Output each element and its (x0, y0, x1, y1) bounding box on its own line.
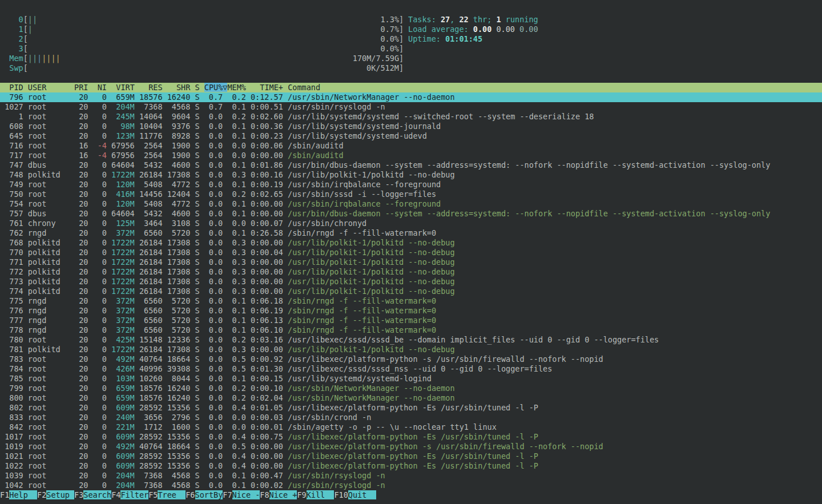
process-row[interactable]: 842 root 20 0 221M 1712 1600 S 0.0 0.0 0… (0, 422, 822, 432)
cell-mem: 0.4 (227, 451, 251, 461)
cell-cmd: /usr/bin/dbus-daemon --system --address=… (288, 160, 770, 170)
cell-ni: 0 (93, 228, 112, 237)
process-row[interactable]: 757 dbus 20 0 64604 5432 4600 S 0.0 0.1 … (0, 209, 822, 219)
process-row[interactable]: 1039 root 20 0 204M 7368 4568 S 0.0 0.1 … (0, 471, 822, 481)
cell-shr: 16240 (167, 393, 195, 402)
process-row[interactable]: 747 dbus 20 0 64604 5432 4600 S 0.0 0.1 … (0, 160, 822, 170)
fn-key-nice[interactable]: F8Nice + (260, 490, 297, 499)
cell-time: 0:00.00 (251, 267, 288, 276)
fn-key-kill[interactable]: F9Kill (297, 490, 334, 499)
fn-key-sortby[interactable]: F6SortBy (186, 490, 223, 499)
column-header-mem[interactable]: MEM% (227, 83, 246, 92)
process-row[interactable]: 771 polkitd 20 0 1722M 26184 17308 S 0.0… (0, 257, 822, 267)
process-row[interactable]: 1017 root 20 0 609M 28592 15356 S 0.0 0.… (0, 432, 822, 442)
process-row[interactable]: 608 root 20 0 98M 10404 9376 S 0.0 0.1 0… (0, 122, 822, 131)
process-row[interactable]: 717 root 16 -4 67956 2564 1900 S 0.0 0.0… (0, 151, 822, 160)
column-header-cmd[interactable]: Command (288, 83, 320, 92)
fn-key-search[interactable]: F3Search (74, 490, 111, 499)
cell-pid: 777 (0, 316, 28, 325)
column-header-s[interactable]: S (195, 83, 199, 92)
fn-key-setup[interactable]: F2Setup (37, 490, 74, 499)
process-row[interactable]: 748 polkitd 20 0 1722M 26184 17308 S 0.0… (0, 170, 822, 180)
cell-cpu: 0.7 (204, 92, 228, 102)
cell-cpu: 0.0 (204, 345, 228, 354)
cell-res: 28592 (139, 403, 167, 412)
fn-key-quit[interactable]: F10Quit (334, 490, 376, 499)
process-row[interactable]: 777 rngd 20 0 372M 6560 5720 S 0.0 0.1 0… (0, 316, 822, 325)
process-row[interactable]: 716 root 16 -4 67956 2564 1900 S 0.0 0.0… (0, 141, 822, 151)
cell-shr: 4772 (167, 180, 195, 189)
cell-cpu: 0.7 (204, 102, 228, 111)
process-row[interactable]: 783 root 20 0 492M 40764 18664 S 0.0 0.5… (0, 354, 822, 364)
process-row[interactable]: 773 polkitd 20 0 1722M 26184 17308 S 0.0… (0, 277, 822, 287)
process-row[interactable]: 796 root 20 0 659M 18576 16240 S 0.7 0.2… (0, 92, 822, 102)
process-row[interactable]: 1027 root 20 0 204M 7368 4568 S 0.7 0.1 … (0, 102, 822, 112)
process-row[interactable]: 1021 root 20 0 609M 28592 15356 S 0.0 0.… (0, 451, 822, 461)
process-row[interactable]: 762 rngd 20 0 372M 6560 5720 S 0.0 0.1 0… (0, 228, 822, 238)
cell-s: S (195, 364, 204, 373)
process-row[interactable]: 784 root 20 0 426M 40996 39308 S 0.0 0.5… (0, 364, 822, 374)
cell-user: root (28, 471, 74, 480)
process-row[interactable]: 778 rngd 20 0 372M 6560 5720 S 0.0 0.1 0… (0, 325, 822, 335)
process-row[interactable]: 749 root 20 0 120M 5408 4772 S 0.0 0.1 0… (0, 180, 822, 189)
process-row[interactable]: 833 root 20 0 240M 3656 2796 S 0.0 0.0 0… (0, 413, 822, 422)
process-row[interactable]: 750 root 20 0 416M 14456 12404 S 0.0 0.2… (0, 189, 822, 199)
tasks-line: Tasks: 27, 22 thr; 1 running (408, 15, 538, 25)
process-row[interactable]: 770 polkitd 20 0 1722M 26184 17308 S 0.0… (0, 248, 822, 257)
process-row[interactable]: 785 root 20 0 103M 10260 8044 S 0.0 0.1 … (0, 374, 822, 384)
fn-key-tree[interactable]: F5Tree (148, 490, 186, 499)
column-header-res[interactable]: RES (139, 83, 163, 92)
cell-user: root (28, 189, 74, 199)
cell-pri: 20 (74, 316, 93, 325)
process-row[interactable]: 1042 root 20 0 204M 7368 4568 S 0.0 0.1 … (0, 481, 822, 490)
load-label: Load average: (408, 25, 473, 34)
fn-key-nice[interactable]: F7Nice - (223, 490, 260, 499)
column-header-user[interactable]: USER (28, 83, 70, 92)
process-row[interactable]: 1019 root 20 0 492M 40764 18664 S 0.0 0.… (0, 442, 822, 451)
cell-pid: 608 (0, 122, 28, 131)
cell-time: 0:00.51 (251, 102, 288, 111)
process-row[interactable]: 645 root 20 0 123M 11776 8928 S 0.0 0.1 … (0, 131, 822, 141)
fn-key-help[interactable]: F1Help (0, 490, 37, 499)
process-row[interactable]: 781 polkitd 20 0 1722M 26184 17308 S 0.0… (0, 345, 822, 354)
process-row[interactable]: 1 root 20 0 245M 14064 9604 S 0.0 0.2 0:… (0, 112, 822, 122)
column-header-cpu[interactable]: CPU% (204, 83, 223, 92)
cell-mem: 0.0 (227, 422, 251, 432)
process-row[interactable]: 1022 root 20 0 609M 28592 15356 S 0.0 0.… (0, 461, 822, 471)
process-row[interactable]: 768 polkitd 20 0 1722M 26184 17308 S 0.0… (0, 238, 822, 248)
process-row[interactable]: 799 root 20 0 659M 18576 16240 S 0.0 0.2… (0, 384, 822, 393)
cell-cpu: 0.0 (204, 306, 228, 315)
cell-user: dbus (28, 209, 74, 218)
cell-cpu: 0.0 (204, 257, 228, 267)
cell-res: 5432 (139, 209, 167, 218)
process-row[interactable]: 772 polkitd 20 0 1722M 26184 17308 S 0.0… (0, 267, 822, 277)
process-row[interactable]: 780 root 20 0 425M 15148 12336 S 0.0 0.2… (0, 335, 822, 345)
cell-pid: 778 (0, 325, 28, 334)
column-header-time[interactable]: TIME+ (251, 83, 283, 92)
cell-pri: 20 (74, 413, 93, 422)
cell-cmd: /usr/lib/polkit-1/polkitd --no-debug (288, 287, 455, 296)
swap-meter: Swp[ 0K/512M] (0, 63, 404, 73)
cell-res: 5432 (139, 160, 167, 170)
load-five: 0.00 (496, 25, 515, 34)
cell-ni: 0 (93, 122, 112, 131)
column-header-ni[interactable]: NI (93, 83, 107, 92)
fn-key-filter[interactable]: F4Filter (111, 490, 148, 499)
column-header-virt[interactable]: VIRT (111, 83, 135, 92)
column-header-shr[interactable]: SHR (167, 83, 191, 92)
cell-s: S (195, 248, 204, 257)
column-header-pid[interactable]: PID (0, 83, 23, 92)
cell-user: root (28, 180, 74, 189)
process-row[interactable]: 800 root 20 0 659M 18576 16240 S 0.0 0.2… (0, 393, 822, 403)
cell-ni: 0 (93, 219, 112, 228)
cell-s: S (195, 151, 204, 160)
process-row[interactable]: 776 rngd 20 0 372M 6560 5720 S 0.0 0.1 0… (0, 306, 822, 316)
process-row[interactable]: 754 root 20 0 120M 5408 4772 S 0.0 0.1 0… (0, 199, 822, 209)
process-row[interactable]: 761 chrony 20 0 125M 3464 3108 S 0.0 0.0… (0, 219, 822, 228)
column-header-pri[interactable]: PRI (74, 83, 88, 92)
process-row[interactable]: 775 rngd 20 0 372M 6560 5720 S 0.0 0.1 0… (0, 296, 822, 306)
process-row[interactable]: 774 polkitd 20 0 1722M 26184 17308 S 0.0… (0, 287, 822, 296)
cell-virt: 372M (111, 325, 139, 334)
cell-virt: 240M (111, 413, 139, 422)
process-row[interactable]: 802 root 20 0 609M 28592 15356 S 0.0 0.4… (0, 403, 822, 413)
